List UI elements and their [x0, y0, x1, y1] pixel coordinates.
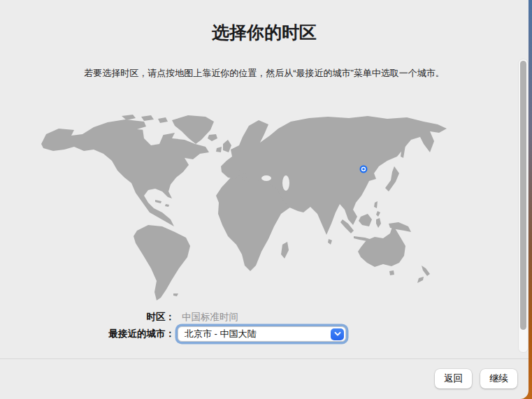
scrollbar-thumb[interactable]	[520, 61, 526, 330]
beijing-marker[interactable]	[360, 166, 368, 173]
chevron-down-icon[interactable]	[331, 328, 344, 340]
world-map[interactable]	[38, 113, 452, 303]
back-button[interactable]: 返回	[435, 369, 472, 389]
map-south-america	[134, 225, 190, 300]
footer-buttons: 返回 继续	[435, 369, 517, 389]
scrollbar-track[interactable]	[518, 59, 529, 353]
map-north-america	[41, 119, 209, 226]
page-subtitle: 若要选择时区，请点按地图上靠近你的位置，然后从“最接近的城市”菜单中选取一个城市…	[0, 67, 529, 80]
map-australia	[358, 225, 405, 267]
footer-divider	[0, 358, 529, 359]
timezone-value: 中国标准时间	[182, 311, 238, 324]
continue-button[interactable]: 继续	[480, 369, 517, 389]
page-title: 选择你的时区	[0, 21, 529, 44]
setup-assistant-window: 选择你的时区 若要选择时区，请点按地图上靠近你的位置，然后从“最接近的城市”菜单…	[0, 0, 529, 399]
city-select[interactable]: 北京市 - 中国大陆	[178, 326, 346, 342]
closest-city-row: 最接近的城市： 北京市 - 中国大陆	[0, 324, 529, 344]
closest-city-label: 最接近的城市：	[0, 328, 175, 340]
world-map-svg	[38, 113, 452, 303]
city-select-value: 北京市 - 中国大陆	[185, 328, 257, 340]
timezone-label: 时区：	[0, 311, 175, 324]
timezone-row: 时区： 中国标准时间	[0, 312, 529, 323]
